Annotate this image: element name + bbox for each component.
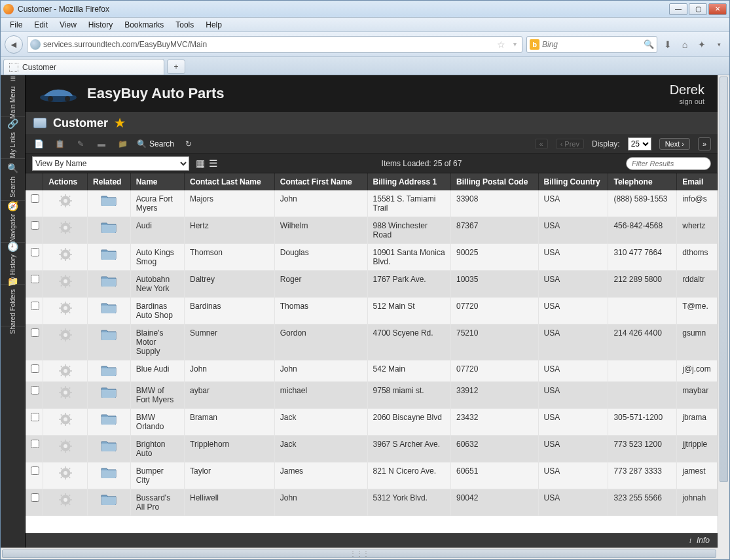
menu-bookmarks[interactable]: Bookmarks [119,19,169,31]
grid-view-icon[interactable]: ▦ [196,158,205,169]
column-header[interactable]: Email [677,173,718,190]
close-button[interactable]: ✕ [708,3,727,15]
folder-icon[interactable] [101,440,117,451]
browser-search-box[interactable]: b 🔍 [526,36,657,53]
column-header[interactable]: Telephone [608,173,677,190]
row-checkbox[interactable] [31,328,39,337]
edit-icon[interactable]: ✎ [74,137,87,150]
row-checkbox[interactable] [31,440,39,448]
row-checkbox[interactable] [31,466,39,475]
site-identity-icon[interactable] [30,39,41,50]
table-row[interactable]: Bussard's All ProHelliwellJohn5312 York … [26,489,718,516]
new-record-icon[interactable]: 📄 [32,137,45,150]
view-by-select[interactable]: View By Name [32,156,189,171]
url-bar[interactable]: ☆ ▾ [27,36,522,53]
table-row[interactable]: Autobahn New YorkDaltreyRoger1767 Park A… [26,271,718,298]
row-checkbox[interactable] [31,413,39,421]
table-row[interactable]: BMW OrlandoBramanJack2060 Biscayne Blvd2… [26,409,718,436]
column-header[interactable]: Billing Postal Code [450,173,538,190]
addon-icon[interactable]: ✦ [695,38,708,51]
gear-icon[interactable] [59,493,72,506]
menu-view[interactable]: View [54,19,82,31]
folder-icon[interactable] [101,248,117,260]
row-checkbox[interactable] [31,275,39,283]
column-header[interactable]: Contact Last Name [185,173,275,190]
column-header[interactable] [26,173,43,190]
table-row[interactable]: Acura Fort MyersMajorsJohn15581 S. Tamia… [26,190,718,217]
gear-icon[interactable] [59,413,72,426]
last-page-button[interactable]: » [698,137,711,150]
gear-icon[interactable] [59,194,72,207]
row-checkbox[interactable] [31,364,39,373]
gear-icon[interactable] [59,248,72,261]
gear-icon[interactable] [59,302,72,315]
folder-icon[interactable] [101,466,117,478]
rail-item-main-menu[interactable]: ≡Main Menu [1,75,25,117]
row-checkbox[interactable] [31,386,39,394]
table-row[interactable]: Blaine's Motor SupplySumnerGordon4700 Sc… [26,324,718,360]
row-checkbox[interactable] [31,194,39,203]
rail-item-shared-folders[interactable]: 📁Shared Folders [1,285,25,326]
gear-icon[interactable] [59,440,72,453]
vertical-scrollbar[interactable] [718,75,729,548]
rail-item-my-history[interactable]: 🕘My History [1,243,25,285]
search-link[interactable]: 🔍 Search [137,139,174,149]
table-row[interactable]: BMW of Fort Myersaybarmichael9758 miami … [26,382,718,409]
sign-out-link[interactable]: sign out [670,97,704,105]
row-checkbox[interactable] [31,493,39,502]
menu-file[interactable]: File [5,19,27,31]
table-row[interactable]: Auto Kings SmogThomsonDouglas10901 Santa… [26,244,718,271]
column-header[interactable]: Related [88,173,131,190]
gear-icon[interactable] [59,221,72,234]
prev-page-button[interactable]: ‹ Prev [556,139,584,149]
filter-results-input[interactable] [626,157,711,170]
menu-edit[interactable]: Edit [29,19,53,31]
table-row[interactable]: Blue AudiJohnJohn542 Main07720USAj@j.com [26,360,718,382]
toolbar-menu-icon[interactable]: ▾ [712,38,725,51]
folder-icon[interactable] [101,302,117,313]
minimize-button[interactable]: — [669,3,687,15]
rail-item-navigator[interactable]: 🧭Navigator [1,201,25,243]
info-label[interactable]: Info [697,536,710,545]
gear-icon[interactable] [59,386,72,399]
refresh-icon[interactable]: ↻ [182,137,195,150]
back-button[interactable]: ◄ [5,35,23,54]
url-input[interactable] [43,40,492,49]
gear-icon[interactable] [59,275,72,288]
menu-help[interactable]: Help [200,19,227,31]
downloads-icon[interactable]: ⬇ [661,38,674,51]
tab-customer[interactable]: Customer [3,59,164,75]
table-row[interactable]: Bardinas Auto ShopBardinasThomas512 Main… [26,298,718,324]
table-row[interactable]: AudiHertzWilhelm988 Winchester Road87367… [26,217,718,244]
copy-icon[interactable]: 📋 [53,137,66,150]
menu-tools[interactable]: Tools [170,19,199,31]
column-header[interactable]: Name [130,173,184,190]
folder-icon[interactable] [101,328,117,340]
column-header[interactable]: Billing Country [538,173,608,190]
gear-icon[interactable] [59,364,72,377]
bookmark-star-icon[interactable]: ☆ [494,39,508,50]
rail-item-search[interactable]: 🔍Search [1,159,25,201]
gear-icon[interactable] [59,328,72,341]
first-page-button[interactable]: « [535,139,548,149]
row-checkbox[interactable] [31,221,39,230]
search-submit-icon[interactable]: 🔍 [644,39,654,49]
display-count-select[interactable]: 25 [628,137,651,150]
list-view-icon[interactable]: ☰ [209,158,217,169]
info-icon[interactable]: i [689,536,691,546]
maximize-button[interactable]: ▢ [689,3,707,15]
folder-icon[interactable] [101,221,117,233]
favorite-star-icon[interactable]: ★ [115,116,125,130]
horizontal-scrollbar[interactable]: ⋮⋮⋮ [1,548,718,559]
folder-icon[interactable] [101,194,117,206]
row-checkbox[interactable] [31,248,39,256]
rail-item-my-links[interactable]: 🔗My Links [1,117,25,159]
table-row[interactable]: Bumper CityTaylorJames821 N Cicero Ave.6… [26,463,718,489]
table-row[interactable]: Brighton AutoTripplehornJack3967 S Arche… [26,436,718,463]
folder-icon[interactable] [101,275,117,287]
folder-icon[interactable] [101,386,117,398]
delete-icon[interactable]: ▬ [95,137,108,150]
column-header[interactable]: Billing Address 1 [367,173,450,190]
browser-search-input[interactable] [542,40,641,49]
row-checkbox[interactable] [31,302,39,310]
